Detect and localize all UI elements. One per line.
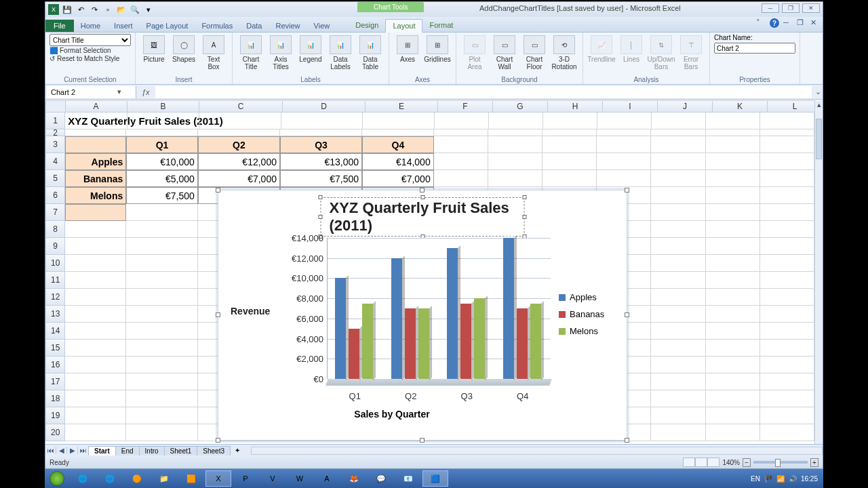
new-icon[interactable]: ▫ [102, 4, 113, 15]
cell[interactable] [706, 407, 760, 424]
row-header[interactable]: 6 [45, 187, 65, 204]
cell[interactable] [760, 340, 814, 357]
redo-icon[interactable]: ↷ [89, 4, 100, 15]
cell[interactable] [597, 113, 652, 129]
cell[interactable] [126, 221, 198, 238]
resize-handle[interactable] [216, 438, 220, 443]
tab-view[interactable]: View [307, 20, 337, 32]
cell[interactable] [706, 136, 760, 153]
cell[interactable] [543, 113, 597, 129]
cell[interactable] [65, 373, 126, 390]
col-header[interactable]: E [366, 100, 438, 113]
chart-bar[interactable] [517, 308, 528, 379]
cell[interactable] [760, 129, 814, 136]
chart-title-button[interactable]: 📊Chart Title [237, 34, 265, 75]
cell[interactable] [126, 424, 198, 441]
cell[interactable] [488, 136, 542, 153]
taskbar-item[interactable]: V [260, 470, 285, 487]
row-header[interactable]: 17 [45, 373, 65, 390]
cell[interactable]: Q2 [198, 136, 280, 153]
cell[interactable] [126, 204, 198, 221]
row-header[interactable]: 12 [45, 289, 65, 306]
minimize-button[interactable]: ─ [762, 3, 779, 13]
tab-review[interactable]: Review [269, 20, 307, 32]
vertical-scrollbar[interactable]: ▴ [814, 100, 823, 444]
format-selection-button[interactable]: 🟦Format Selection [50, 47, 111, 54]
cell[interactable] [597, 136, 651, 153]
cell[interactable]: XYZ Quarterly Fruit Sales (2011) [65, 113, 127, 129]
cell[interactable] [65, 390, 126, 407]
cell[interactable]: €7,000 [198, 170, 280, 187]
taskbar-item[interactable]: 🦊 [341, 470, 367, 487]
error-bars-button[interactable]: ⊤Error Bars [677, 34, 705, 75]
cell[interactable] [65, 340, 126, 357]
cell[interactable] [706, 323, 760, 340]
axis-titles-button[interactable]: 📊Axis Titles [267, 34, 295, 75]
cell[interactable] [760, 136, 814, 153]
col-header[interactable]: I [603, 100, 658, 113]
file-tab[interactable]: File [45, 20, 74, 32]
cell[interactable] [651, 187, 705, 204]
taskbar-item[interactable]: 📧 [395, 470, 421, 487]
start-button[interactable] [45, 469, 69, 488]
sheet-tab[interactable]: Sheet3 [197, 446, 231, 455]
cell[interactable] [651, 204, 705, 221]
tray-network-icon[interactable]: 📶 [776, 475, 785, 483]
cell[interactable] [706, 357, 760, 373]
cell[interactable] [126, 289, 198, 306]
x-axis-title[interactable]: Sales by Quarter [218, 409, 566, 420]
minimize-ribbon-icon[interactable]: ˅ [756, 18, 766, 28]
cell[interactable] [706, 272, 760, 289]
cell[interactable] [65, 323, 126, 340]
chart-legend[interactable]: ApplesBananasMelons [559, 292, 613, 336]
cell[interactable] [362, 129, 434, 136]
cell[interactable]: €7,000 [362, 170, 434, 187]
cell[interactable] [760, 306, 814, 323]
cell[interactable] [597, 170, 651, 187]
row-header[interactable]: 9 [45, 238, 65, 255]
cell[interactable] [198, 129, 280, 136]
cell[interactable] [597, 129, 651, 136]
cell[interactable] [652, 113, 706, 129]
cell[interactable] [760, 221, 814, 238]
workbook-close-icon[interactable]: ✕ [810, 18, 820, 28]
sheet-nav-prev-icon[interactable]: ◀ [56, 447, 67, 454]
sheet-nav-next-icon[interactable]: ▶ [67, 447, 78, 454]
cell[interactable] [760, 238, 814, 255]
cell[interactable] [760, 204, 814, 221]
cell[interactable] [488, 153, 542, 170]
fx-icon[interactable]: ƒx [138, 88, 154, 96]
cell[interactable] [706, 187, 760, 204]
cell[interactable] [65, 306, 126, 323]
cell[interactable] [126, 255, 198, 272]
cell[interactable] [363, 113, 434, 129]
row-header[interactable]: 14 [45, 323, 65, 340]
cell[interactable] [65, 238, 126, 255]
resize-handle[interactable] [420, 188, 425, 192]
cell[interactable] [434, 129, 488, 136]
undo-icon[interactable]: ↶ [75, 4, 86, 15]
row-header[interactable]: 13 [45, 306, 65, 323]
row-header[interactable]: 10 [45, 255, 65, 272]
close-button[interactable]: ✕ [802, 3, 820, 13]
cell[interactable] [434, 170, 488, 187]
row-header[interactable]: 3 [45, 136, 65, 153]
cell[interactable]: €7,500 [126, 187, 198, 204]
row-header[interactable]: 11 [45, 272, 65, 289]
cell[interactable]: Q3 [280, 136, 362, 153]
chart-bar[interactable] [474, 298, 485, 379]
reset-style-button[interactable]: ↺Reset to Match Style [50, 55, 119, 62]
formula-bar[interactable] [155, 86, 812, 98]
cell[interactable]: €14,000 [362, 153, 434, 170]
row-header[interactable]: 5 [45, 170, 65, 187]
taskbar-item[interactable]: 🟧 [178, 470, 204, 487]
formula-bar-expand-icon[interactable]: ⌄ [813, 87, 823, 96]
view-page-layout-icon[interactable] [695, 458, 707, 467]
zoom-out-icon[interactable]: − [743, 458, 751, 467]
cell[interactable] [760, 153, 814, 170]
cell[interactable] [280, 129, 362, 136]
plot-area-button[interactable]: ▭Plot Area [460, 34, 489, 75]
cell[interactable] [126, 238, 198, 255]
tab-home[interactable]: Home [74, 20, 107, 32]
cell[interactable] [706, 424, 760, 441]
